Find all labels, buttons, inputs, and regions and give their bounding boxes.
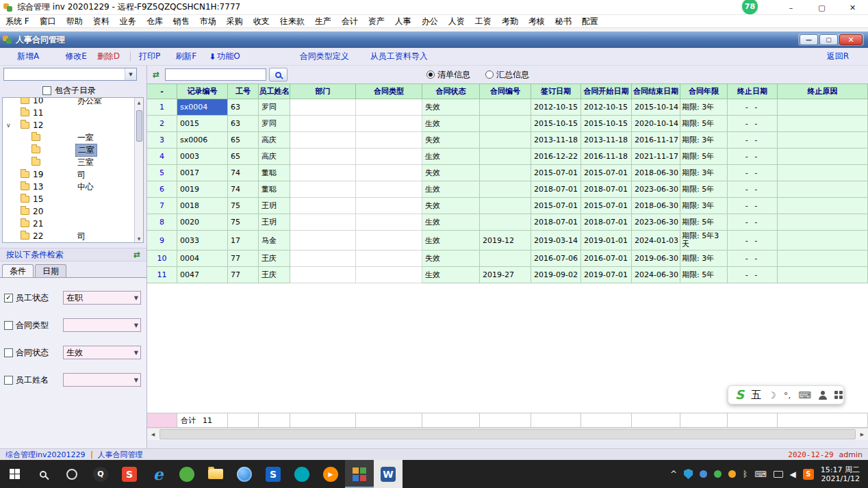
cell-dept[interactable] xyxy=(290,99,356,116)
scroll-left-icon[interactable]: ◀ xyxy=(147,428,159,441)
cell-record[interactable]: 0004 xyxy=(177,251,228,267)
cell-start_date[interactable]: 2015-10-15 xyxy=(581,116,632,132)
menu-item[interactable]: 生产 xyxy=(315,16,331,27)
cell-sign_date[interactable]: 2016-12-22 xyxy=(531,149,581,165)
cell-stop_date[interactable]: - - xyxy=(728,214,778,231)
menu-item[interactable]: 考勤 xyxy=(502,16,518,27)
directory-combobox[interactable]: ▼ xyxy=(3,68,137,81)
cell-dept[interactable] xyxy=(290,267,356,283)
cell-type[interactable] xyxy=(356,181,422,198)
cell-status[interactable]: 失效 xyxy=(422,198,480,214)
column-header[interactable]: 合同类型 xyxy=(356,84,422,99)
inner-minimize-button[interactable]: — xyxy=(800,34,818,45)
scroll-thumb[interactable] xyxy=(136,110,142,142)
cell-emp_no[interactable]: 74 xyxy=(228,181,259,198)
cell-dept[interactable] xyxy=(290,116,356,132)
cell-record[interactable]: 0015 xyxy=(177,116,228,132)
tree-item[interactable]: 19司 xyxy=(3,168,133,181)
function-button[interactable]: 功能O xyxy=(217,51,240,62)
tree-item[interactable]: 一室 xyxy=(3,131,133,144)
cell-reason[interactable] xyxy=(778,149,868,165)
hscroll-thumb[interactable] xyxy=(159,429,856,439)
cell-status[interactable]: 失效 xyxy=(422,132,480,149)
list-info-radio[interactable] xyxy=(426,70,435,79)
column-header[interactable]: 签订日期 xyxy=(531,84,581,99)
cell-type[interactable] xyxy=(356,198,422,214)
safe-360-icon[interactable] xyxy=(173,460,201,488)
cell-num[interactable]: 3 xyxy=(147,132,177,149)
cell-term[interactable]: 期限: 3年 xyxy=(680,99,728,116)
cell-num[interactable]: 2 xyxy=(147,116,177,132)
table-row[interactable]: 2001563罗同生效2015-10-152015-10-152020-10-1… xyxy=(147,116,868,132)
cell-sign_date[interactable]: 2013-11-18 xyxy=(531,132,581,149)
ime-mode-label[interactable]: 五 xyxy=(751,389,761,402)
cell-name[interactable]: 王庆 xyxy=(259,251,290,267)
expander-icon[interactable]: ∨ xyxy=(6,122,11,129)
cell-contract_no[interactable] xyxy=(480,116,531,132)
table-row[interactable]: 7001875王玥失效2015-07-012015-07-012018-06-3… xyxy=(147,198,868,214)
condition-checkbox[interactable] xyxy=(4,376,13,385)
cell-record[interactable]: sx0006 xyxy=(177,132,228,149)
cell-emp_no[interactable]: 74 xyxy=(228,165,259,181)
column-header[interactable]: 工号 xyxy=(228,84,259,99)
cell-record[interactable]: 0018 xyxy=(177,198,228,214)
cell-term[interactable]: 期限: 5年 xyxy=(680,116,728,132)
cell-term[interactable]: 期限: 3年 xyxy=(680,251,728,267)
cell-num[interactable]: 5 xyxy=(147,165,177,181)
statusbar-tab-main[interactable]: 综合管理inv20201229 xyxy=(5,450,86,460)
cell-num[interactable]: 6 xyxy=(147,181,177,198)
qq-icon[interactable]: Q xyxy=(86,460,115,488)
cell-end_date[interactable]: 2019-06-30 xyxy=(632,251,680,267)
cell-contract_no[interactable]: 2019-12 xyxy=(480,231,531,251)
cell-contract_no[interactable] xyxy=(480,149,531,165)
table-row[interactable]: 5001774董聪失效2015-07-012015-07-012018-06-3… xyxy=(147,165,868,181)
cell-contract_no[interactable]: 2019-27 xyxy=(480,267,531,283)
cell-contract_no[interactable] xyxy=(480,251,531,267)
menu-item[interactable]: 资料 xyxy=(93,16,110,27)
condition-checkbox[interactable]: ✓ xyxy=(4,294,13,303)
table-row[interactable]: 1sx000463罗同失效2012-10-152012-10-152015-10… xyxy=(147,99,868,116)
cell-status[interactable]: 生效 xyxy=(422,116,480,132)
directory-combobox-input[interactable] xyxy=(4,68,125,80)
cell-reason[interactable] xyxy=(778,251,868,267)
menu-item[interactable]: 往来款 xyxy=(280,16,305,27)
cell-start_date[interactable]: 2012-10-15 xyxy=(581,99,632,116)
sogou-ime-icon[interactable]: S xyxy=(115,460,144,488)
status-blue-icon[interactable] xyxy=(700,470,707,478)
sogou-tray-icon[interactable]: S xyxy=(803,469,814,480)
cell-stop_date[interactable]: - - xyxy=(728,231,778,251)
cell-num[interactable]: 4 xyxy=(147,149,177,165)
tree-item[interactable]: 10办公室 xyxy=(3,97,133,107)
hidden-icons-chevron[interactable]: ^ xyxy=(670,470,677,479)
cell-term[interactable]: 期限: 5年3天 xyxy=(680,231,728,251)
tree-item[interactable]: 15 xyxy=(3,193,133,205)
tree-item[interactable]: 20 xyxy=(3,205,133,218)
cell-start_date[interactable]: 2015-07-01 xyxy=(581,165,632,181)
menu-item[interactable]: 市场 xyxy=(200,16,216,27)
cell-stop_date[interactable]: - - xyxy=(728,181,778,198)
column-header[interactable]: 合同状态 xyxy=(422,84,480,99)
cell-end_date[interactable]: 2024-06-30 xyxy=(632,267,680,283)
back-button[interactable]: 返回R xyxy=(827,51,849,62)
filter-tab[interactable]: 日期 xyxy=(35,264,66,279)
table-row[interactable]: 3sx000665高庆失效2013-11-182013-11-182016-11… xyxy=(147,132,868,149)
search-button[interactable] xyxy=(269,68,288,81)
cell-name[interactable]: 高庆 xyxy=(259,132,290,149)
erp-app-icon[interactable] xyxy=(345,460,374,488)
cell-name[interactable]: 王庆 xyxy=(259,267,290,283)
menu-item[interactable]: 考核 xyxy=(528,16,545,27)
cell-reason[interactable] xyxy=(778,267,868,283)
browser-globe-icon[interactable] xyxy=(230,460,259,488)
cell-name[interactable]: 高庆 xyxy=(259,149,290,165)
menu-item[interactable]: 办公 xyxy=(422,16,438,27)
cell-record[interactable]: sx0004 xyxy=(177,99,228,116)
cell-reason[interactable] xyxy=(778,181,868,198)
cell-dept[interactable] xyxy=(290,165,356,181)
menu-item[interactable]: 工资 xyxy=(475,16,492,27)
cell-end_date[interactable]: 2015-10-14 xyxy=(632,99,680,116)
cell-type[interactable] xyxy=(356,214,422,231)
cell-name[interactable]: 董聪 xyxy=(259,165,290,181)
cell-emp_no[interactable]: 77 xyxy=(228,251,259,267)
tree-item[interactable]: 三室 xyxy=(3,156,133,168)
swap-arrows-icon[interactable]: ⇄ xyxy=(133,250,140,259)
